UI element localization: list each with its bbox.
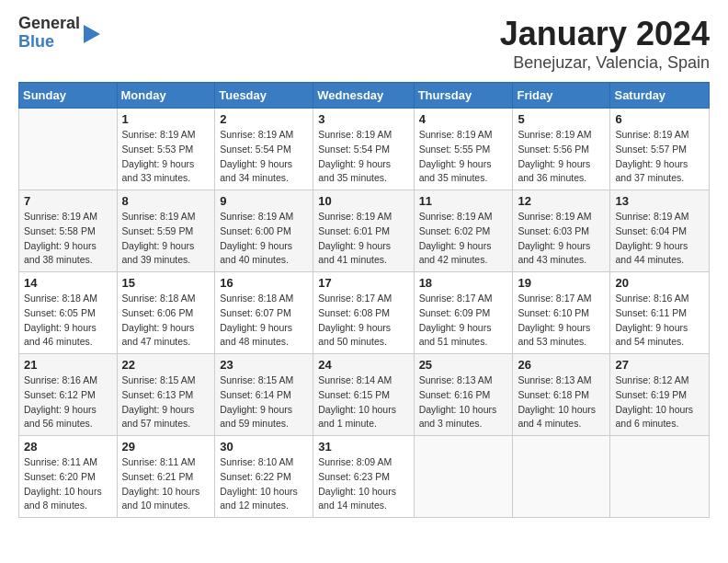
calendar-cell: 21Sunrise: 8:16 AMSunset: 6:12 PMDayligh… xyxy=(19,354,118,436)
day-info: Sunrise: 8:14 AMSunset: 6:15 PMDaylight:… xyxy=(318,373,408,431)
weekday-header-tuesday: Tuesday xyxy=(215,83,313,109)
day-info: Sunrise: 8:18 AMSunset: 6:06 PMDaylight:… xyxy=(122,292,210,350)
weekday-header-wednesday: Wednesday xyxy=(313,83,414,109)
daylight-text: Daylight: 10 hours and 10 minutes. xyxy=(122,485,210,514)
calendar-cell: 11Sunrise: 8:19 AMSunset: 6:02 PMDayligh… xyxy=(414,190,513,272)
daylight-text: Daylight: 9 hours and 35 minutes. xyxy=(318,157,408,187)
sunrise-text: Sunrise: 8:18 AM xyxy=(220,292,308,306)
daylight-text: Daylight: 10 hours and 1 minute. xyxy=(318,403,408,432)
day-number: 16 xyxy=(220,276,308,290)
day-info: Sunrise: 8:09 AMSunset: 6:23 PMDaylight:… xyxy=(318,455,408,513)
calendar-cell: 22Sunrise: 8:15 AMSunset: 6:13 PMDayligh… xyxy=(117,354,215,436)
daylight-text: Daylight: 9 hours and 39 minutes. xyxy=(122,239,210,269)
day-number: 27 xyxy=(615,358,704,372)
sunset-text: Sunset: 6:22 PM xyxy=(220,470,308,485)
day-info: Sunrise: 8:16 AMSunset: 6:11 PMDaylight:… xyxy=(615,292,704,350)
daylight-text: Daylight: 9 hours and 38 minutes. xyxy=(24,239,112,269)
sunset-text: Sunset: 6:20 PM xyxy=(24,470,112,485)
sunrise-text: Sunrise: 8:11 AM xyxy=(122,455,210,470)
calendar-cell: 31Sunrise: 8:09 AMSunset: 6:23 PMDayligh… xyxy=(313,436,414,518)
sunset-text: Sunset: 6:04 PM xyxy=(615,224,704,239)
sunrise-text: Sunrise: 8:19 AM xyxy=(220,128,308,143)
sunset-text: Sunset: 6:21 PM xyxy=(122,470,210,485)
calendar-header-row: SundayMondayTuesdayWednesdayThursdayFrid… xyxy=(19,83,710,109)
sunrise-text: Sunrise: 8:18 AM xyxy=(24,292,112,306)
calendar-cell xyxy=(414,436,513,518)
calendar-week-row: 1Sunrise: 8:19 AMSunset: 5:53 PMDaylight… xyxy=(19,109,710,190)
calendar-cell xyxy=(610,436,710,518)
day-info: Sunrise: 8:15 AMSunset: 6:13 PMDaylight:… xyxy=(122,373,210,431)
sunset-text: Sunset: 6:18 PM xyxy=(518,388,605,403)
sunset-text: Sunset: 6:11 PM xyxy=(615,306,704,321)
day-number: 26 xyxy=(518,358,605,372)
calendar-cell: 30Sunrise: 8:10 AMSunset: 6:22 PMDayligh… xyxy=(215,436,313,518)
calendar-cell: 23Sunrise: 8:15 AMSunset: 6:14 PMDayligh… xyxy=(215,354,313,436)
sunrise-text: Sunrise: 8:19 AM xyxy=(122,210,210,224)
sunset-text: Sunset: 5:56 PM xyxy=(518,143,605,157)
title-block: January 2024 Benejuzar, Valencia, Spain xyxy=(500,15,710,73)
day-info: Sunrise: 8:17 AMSunset: 6:08 PMDaylight:… xyxy=(318,292,408,350)
sunset-text: Sunset: 6:06 PM xyxy=(122,306,210,321)
daylight-text: Daylight: 10 hours and 4 minutes. xyxy=(518,403,605,432)
day-info: Sunrise: 8:13 AMSunset: 6:18 PMDaylight:… xyxy=(518,373,605,431)
daylight-text: Daylight: 10 hours and 3 minutes. xyxy=(419,403,508,432)
weekday-header-sunday: Sunday xyxy=(19,83,118,109)
sunset-text: Sunset: 6:08 PM xyxy=(318,306,408,321)
calendar-cell: 12Sunrise: 8:19 AMSunset: 6:03 PMDayligh… xyxy=(513,190,610,272)
day-number: 11 xyxy=(419,194,508,208)
sunrise-text: Sunrise: 8:19 AM xyxy=(122,128,210,143)
sunrise-text: Sunrise: 8:19 AM xyxy=(518,210,605,224)
calendar-cell: 10Sunrise: 8:19 AMSunset: 6:01 PMDayligh… xyxy=(313,190,414,272)
day-number: 29 xyxy=(122,440,210,454)
sunrise-text: Sunrise: 8:19 AM xyxy=(220,210,308,224)
day-number: 14 xyxy=(24,276,112,290)
calendar-cell: 14Sunrise: 8:18 AMSunset: 6:05 PMDayligh… xyxy=(19,272,118,354)
day-info: Sunrise: 8:18 AMSunset: 6:05 PMDaylight:… xyxy=(24,292,112,350)
sunset-text: Sunset: 6:16 PM xyxy=(419,388,508,403)
daylight-text: Daylight: 10 hours and 12 minutes. xyxy=(220,485,308,514)
svg-marker-0 xyxy=(84,25,100,43)
sunset-text: Sunset: 5:54 PM xyxy=(220,143,308,157)
day-number: 1 xyxy=(122,112,210,126)
weekday-header-saturday: Saturday xyxy=(610,83,710,109)
day-info: Sunrise: 8:19 AMSunset: 5:59 PMDaylight:… xyxy=(122,210,210,268)
calendar-cell: 15Sunrise: 8:18 AMSunset: 6:06 PMDayligh… xyxy=(117,272,215,354)
day-info: Sunrise: 8:17 AMSunset: 6:09 PMDaylight:… xyxy=(419,292,508,350)
daylight-text: Daylight: 9 hours and 51 minutes. xyxy=(419,321,508,350)
day-number: 25 xyxy=(419,358,508,372)
sunrise-text: Sunrise: 8:13 AM xyxy=(419,373,508,388)
logo-arrow-icon xyxy=(84,25,100,43)
calendar-cell: 26Sunrise: 8:13 AMSunset: 6:18 PMDayligh… xyxy=(513,354,610,436)
daylight-text: Daylight: 9 hours and 37 minutes. xyxy=(615,157,704,187)
daylight-text: Daylight: 9 hours and 35 minutes. xyxy=(419,157,508,187)
calendar-cell: 6Sunrise: 8:19 AMSunset: 5:57 PMDaylight… xyxy=(610,109,710,190)
sunset-text: Sunset: 6:19 PM xyxy=(615,388,704,403)
sunset-text: Sunset: 5:58 PM xyxy=(24,224,112,239)
day-info: Sunrise: 8:19 AMSunset: 5:54 PMDaylight:… xyxy=(318,128,408,186)
calendar-cell: 24Sunrise: 8:14 AMSunset: 6:15 PMDayligh… xyxy=(313,354,414,436)
logo-general: General xyxy=(18,15,80,33)
daylight-text: Daylight: 9 hours and 50 minutes. xyxy=(318,321,408,350)
calendar-cell: 27Sunrise: 8:12 AMSunset: 6:19 PMDayligh… xyxy=(610,354,710,436)
day-number: 17 xyxy=(318,276,408,290)
calendar-cell xyxy=(513,436,610,518)
calendar-cell: 25Sunrise: 8:13 AMSunset: 6:16 PMDayligh… xyxy=(414,354,513,436)
calendar-cell: 28Sunrise: 8:11 AMSunset: 6:20 PMDayligh… xyxy=(19,436,118,518)
daylight-text: Daylight: 9 hours and 36 minutes. xyxy=(518,157,605,187)
header: General Blue January 2024 Benejuzar, Val… xyxy=(18,15,710,73)
sunset-text: Sunset: 6:09 PM xyxy=(419,306,508,321)
day-number: 12 xyxy=(518,194,605,208)
day-number: 10 xyxy=(318,194,408,208)
daylight-text: Daylight: 9 hours and 44 minutes. xyxy=(615,239,704,269)
calendar-week-row: 7Sunrise: 8:19 AMSunset: 5:58 PMDaylight… xyxy=(19,190,710,272)
sunrise-text: Sunrise: 8:19 AM xyxy=(615,128,704,143)
sunrise-text: Sunrise: 8:19 AM xyxy=(318,128,408,143)
sunset-text: Sunset: 6:13 PM xyxy=(122,388,210,403)
day-number: 5 xyxy=(518,112,605,126)
daylight-text: Daylight: 9 hours and 48 minutes. xyxy=(220,321,308,350)
calendar-cell: 20Sunrise: 8:16 AMSunset: 6:11 PMDayligh… xyxy=(610,272,710,354)
sunset-text: Sunset: 6:00 PM xyxy=(220,224,308,239)
page-title: January 2024 xyxy=(500,15,710,53)
day-info: Sunrise: 8:19 AMSunset: 6:01 PMDaylight:… xyxy=(318,210,408,268)
calendar-cell: 1Sunrise: 8:19 AMSunset: 5:53 PMDaylight… xyxy=(117,109,215,190)
